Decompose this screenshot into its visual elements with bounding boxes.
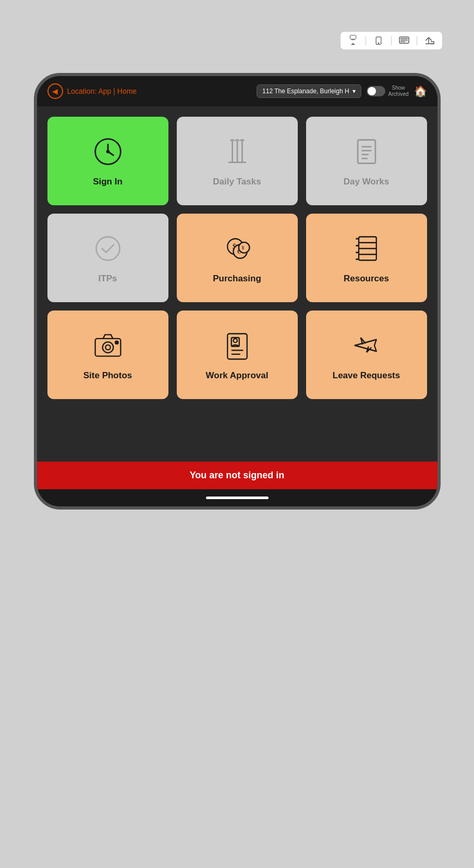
toggle-label: ShowArchived [388, 85, 409, 97]
coins-icon: $ € ¥ [221, 232, 254, 265]
dropdown-value: 112 The Esplanade, Burleigh H [262, 88, 349, 95]
toolbar-device-btn[interactable] [371, 35, 386, 46]
itps-tile[interactable]: ITPs [47, 214, 168, 302]
svg-point-48 [233, 339, 237, 343]
work-approval-label: Work Approval [206, 370, 269, 381]
svg-text:¥: ¥ [241, 245, 245, 251]
back-button[interactable]: ◀ [47, 83, 63, 99]
home-button[interactable]: 🏠 [414, 85, 427, 97]
day-works-tile[interactable]: Day Works [306, 117, 427, 205]
svg-point-43 [102, 342, 113, 353]
toolbar [340, 31, 443, 50]
phone-header: ◀ Location: App | Home 112 The Esplanade… [37, 76, 437, 106]
grid-spacer [37, 410, 437, 462]
header-right: 112 The Esplanade, Burleigh H ▾ ShowArch… [257, 84, 427, 98]
sign-in-label: Sign In [93, 177, 123, 187]
svg-point-44 [105, 345, 110, 350]
home-indicator-bar [206, 497, 269, 499]
day-works-label: Day Works [344, 177, 390, 187]
resources-label: Resources [344, 274, 389, 284]
back-arrow-icon: ◀ [52, 87, 58, 95]
leave-requests-label: Leave Requests [333, 370, 400, 381]
header-left: ◀ Location: App | Home [47, 83, 137, 99]
document-icon [350, 135, 383, 168]
svg-point-45 [115, 341, 118, 344]
tile-grid: Sign In Daily Tasks [37, 106, 437, 410]
phone-footer [37, 489, 437, 506]
sign-in-tile[interactable]: Sign In [47, 117, 168, 205]
page-wrapper: ◀ Location: App | Home 112 The Esplanade… [0, 0, 474, 868]
daily-tasks-label: Daily Tasks [213, 177, 261, 187]
location-prefix: Location: [67, 87, 97, 95]
toolbar-export-btn[interactable] [422, 35, 437, 46]
toggle-knob [368, 87, 376, 95]
site-photos-label: Site Photos [83, 370, 132, 381]
status-bar: You are not signed in [37, 462, 437, 489]
notebook-icon [350, 232, 383, 265]
plane-icon [350, 329, 383, 362]
work-approval-tile[interactable]: Work Approval [177, 311, 298, 399]
phone-device: ◀ Location: App | Home 112 The Esplanade… [34, 73, 441, 510]
id-card-icon [221, 329, 254, 362]
clock-icon [91, 135, 125, 168]
camera-icon [91, 329, 125, 362]
itps-label: ITPs [99, 274, 117, 284]
tools-icon [221, 135, 254, 168]
resources-tile[interactable]: Resources [306, 214, 427, 302]
check-circle-icon [91, 232, 125, 265]
svg-point-7 [378, 43, 379, 44]
toolbar-display-btn[interactable] [397, 35, 411, 46]
location-breadcrumb: Location: App | Home [67, 87, 137, 95]
purchasing-label: Purchasing [213, 274, 261, 284]
toolbar-screen-btn[interactable] [346, 35, 360, 46]
daily-tasks-tile[interactable]: Daily Tasks [177, 117, 298, 205]
archived-toggle[interactable] [367, 86, 385, 96]
svg-point-17 [107, 151, 109, 153]
leave-requests-tile[interactable]: Leave Requests [306, 311, 427, 399]
location-dropdown[interactable]: 112 The Esplanade, Burleigh H ▾ [257, 84, 361, 98]
site-photos-tile[interactable]: Site Photos [47, 311, 168, 399]
signed-out-status: You are not signed in [190, 470, 285, 480]
chevron-down-icon: ▾ [353, 88, 356, 95]
purchasing-tile[interactable]: $ € ¥ Purchasing [177, 214, 298, 302]
svg-rect-0 [350, 35, 356, 40]
svg-point-27 [96, 237, 119, 261]
toggle-container: ShowArchived [367, 85, 409, 97]
svg-rect-22 [358, 140, 375, 164]
location-path: App | Home [98, 87, 137, 95]
